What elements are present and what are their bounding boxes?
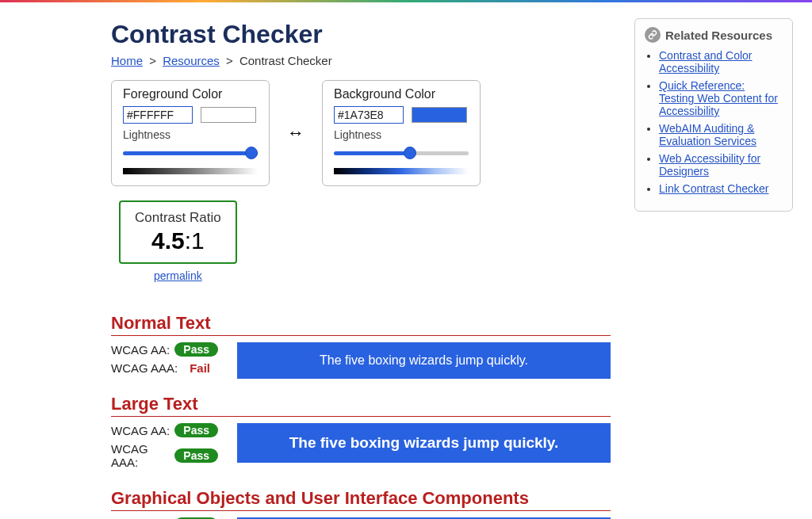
background-lightness-slider[interactable]: [334, 149, 469, 158]
contrast-ratio-value: 4.5:1: [135, 227, 221, 254]
large-text-heading: Large Text: [111, 394, 611, 417]
related-link[interactable]: Web Accessibility for Designers: [659, 152, 760, 177]
permalink-link[interactable]: permalink: [154, 269, 202, 282]
related-link[interactable]: Contrast and Color Accessibility: [659, 49, 753, 74]
normal-aaa-status: Fail: [190, 361, 218, 375]
background-legend: Background Color: [334, 87, 435, 101]
contrast-ratio-box: Contrast Ratio 4.5:1: [119, 200, 237, 264]
related-resources-heading: Related Resources: [665, 29, 772, 42]
foreground-lightness-slider[interactable]: [123, 149, 258, 158]
background-hex-input[interactable]: [334, 106, 404, 124]
large-aaa-status: Pass: [174, 448, 218, 463]
background-swatch[interactable]: [412, 107, 467, 123]
ui-heading: Graphical Objects and User Interface Com…: [111, 488, 611, 511]
foreground-lightness-label: Lightness: [123, 128, 258, 141]
breadcrumb-current: Contrast Checker: [239, 54, 332, 67]
large-aa-label: WCAG AA:: [111, 424, 170, 437]
link-icon: [645, 27, 661, 43]
page-title: Contrast Checker: [111, 20, 611, 49]
foreground-hex-input[interactable]: [123, 106, 193, 124]
breadcrumb: Home > Resources > Contrast Checker: [111, 54, 611, 67]
normal-aa-status: Pass: [174, 342, 218, 357]
normal-text-heading: Normal Text: [111, 313, 611, 336]
foreground-gradient-bar: [123, 168, 258, 174]
foreground-swatch[interactable]: [201, 107, 256, 123]
related-link[interactable]: Link Contrast Checker: [659, 182, 769, 195]
normal-aa-label: WCAG AA:: [111, 343, 170, 357]
breadcrumb-home[interactable]: Home: [111, 54, 143, 67]
contrast-ratio-label: Contrast Ratio: [135, 210, 221, 226]
foreground-picker: Foreground Color Lightness: [111, 80, 270, 186]
large-aa-status: Pass: [174, 423, 218, 437]
background-picker: Background Color Lightness: [322, 80, 481, 186]
background-gradient-bar: [334, 168, 469, 174]
related-link[interactable]: Quick Reference: Testing Web Content for…: [659, 79, 778, 117]
breadcrumb-resources[interactable]: Resources: [163, 54, 220, 67]
related-resources-panel: Related Resources Contrast and Color Acc…: [634, 18, 793, 212]
normal-aaa-label: WCAG AAA:: [111, 361, 178, 375]
normal-text-sample: The five boxing wizards jump quickly.: [237, 342, 611, 379]
background-lightness-label: Lightness: [334, 128, 469, 141]
large-aaa-label: WCAG AAA:: [111, 442, 174, 469]
foreground-legend: Foreground Color: [123, 87, 222, 101]
large-text-sample: The five boxing wizards jump quickly.: [237, 423, 611, 463]
swap-colors-button[interactable]: ↔: [284, 120, 308, 147]
related-link[interactable]: WebAIM Auditing & Evaluation Services: [659, 122, 756, 147]
